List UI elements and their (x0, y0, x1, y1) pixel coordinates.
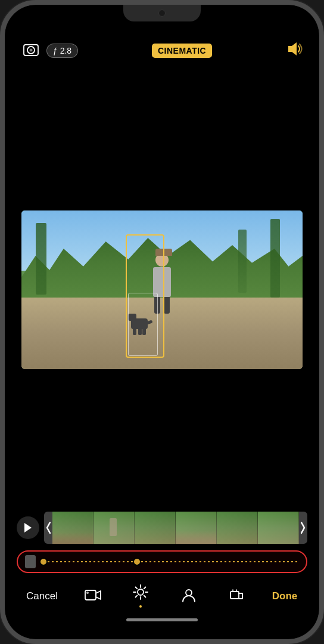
focus-track-container[interactable] (17, 550, 307, 574)
cancel-button[interactable]: Cancel (26, 590, 58, 602)
volume-icon[interactable] (286, 41, 303, 61)
filmstrip-frame-6 (258, 512, 299, 544)
notch (123, 5, 201, 21)
done-button[interactable]: Done (272, 590, 298, 602)
filmstrip[interactable] (44, 512, 307, 544)
svg-point-2 (30, 49, 33, 52)
person-leg-right (164, 297, 170, 314)
home-indicator (126, 618, 198, 621)
focus-track-dot-left[interactable] (39, 558, 48, 566)
svg-point-17 (186, 590, 192, 596)
timeline-strip (17, 512, 307, 544)
transform-icon (229, 587, 244, 605)
svg-marker-3 (288, 42, 297, 55)
focus-track-right-segment (141, 561, 299, 562)
video-scene (21, 210, 303, 369)
filmstrip-frame-5 (217, 512, 258, 544)
main-content (5, 68, 319, 512)
svg-line-16 (136, 596, 138, 597)
focus-track-inner (17, 550, 307, 573)
svg-marker-4 (24, 523, 32, 532)
phone-frame: ƒ 2.8 CINEMATIC (0, 0, 324, 644)
phone-screen: ƒ 2.8 CINEMATIC (5, 5, 319, 639)
transform-button[interactable] (223, 587, 250, 605)
filmstrip-frame-4 (176, 512, 217, 544)
svg-rect-5 (85, 590, 96, 600)
filmstrip-frame-3 (135, 512, 176, 544)
filmstrip-right-bracket[interactable] (299, 512, 307, 544)
svg-rect-18 (230, 592, 239, 599)
adjust-button[interactable] (127, 584, 154, 608)
portrait-icon (181, 587, 197, 605)
front-camera (158, 10, 166, 17)
filmstrip-frames (52, 512, 299, 544)
filmstrip-frame-1 (52, 512, 94, 544)
svg-point-7 (86, 592, 89, 594)
filmstrip-frame-2 (94, 512, 135, 544)
focus-track-left-segment (48, 561, 133, 562)
bottom-toolbar: Cancel (17, 580, 307, 609)
dog-focus-box[interactable] (128, 293, 158, 356)
top-left-controls: ƒ 2.8 (21, 41, 78, 60)
adjust-active-dot (139, 605, 142, 608)
cinematic-mode-badge[interactable]: CINEMATIC (152, 44, 212, 58)
portrait-button[interactable] (176, 587, 202, 605)
aperture-badge[interactable]: ƒ 2.8 (46, 44, 78, 58)
adjust-icon (133, 584, 148, 602)
video-camera-button[interactable] (80, 589, 106, 604)
filmstrip-left-bracket[interactable] (44, 512, 52, 544)
play-button[interactable] (17, 516, 39, 539)
bottom-controls: Cancel (5, 512, 319, 639)
video-camera-icon (85, 589, 101, 604)
focus-track-dot-middle[interactable] (133, 558, 141, 566)
svg-line-13 (136, 587, 138, 589)
svg-marker-6 (96, 591, 101, 599)
video-frame[interactable] (21, 210, 303, 369)
svg-line-15 (144, 587, 146, 589)
lens-icon[interactable] (21, 41, 40, 60)
svg-line-14 (144, 596, 146, 597)
svg-point-8 (138, 589, 144, 595)
